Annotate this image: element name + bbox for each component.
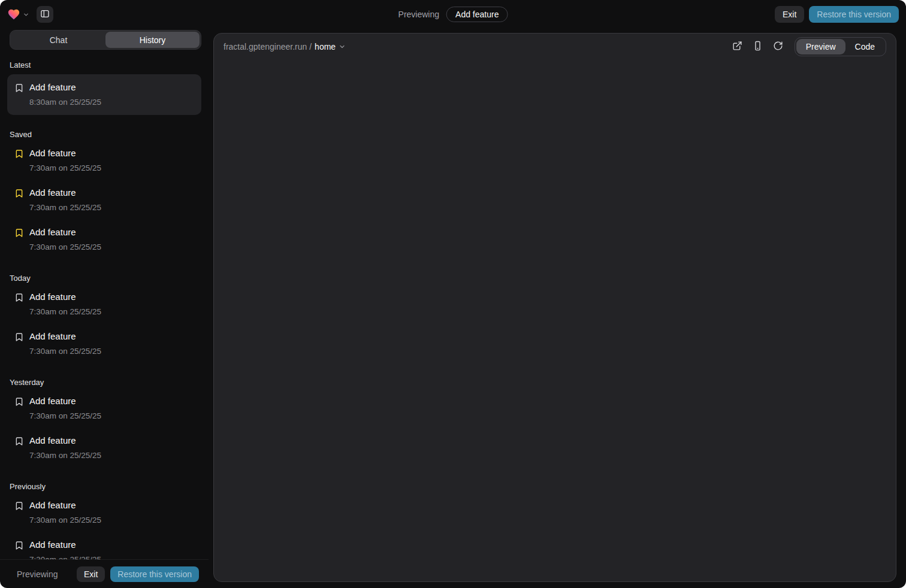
history-item[interactable]: Add feature 7:30am on 25/25/25 (7, 220, 201, 259)
smartphone-icon (753, 41, 763, 53)
open-in-new-tab-button[interactable] (730, 39, 745, 54)
history-item-time: 7:30am on 25/25/25 (29, 346, 101, 357)
history-item-title: Add feature (29, 395, 101, 407)
sidebar-footer: Previewing Exit Restore this version (0, 559, 209, 588)
history-item-title: Add feature (29, 187, 101, 199)
history-item-time: 7:30am on 25/25/25 (29, 163, 101, 174)
section-title-saved: Saved (10, 130, 199, 139)
history-item[interactable]: Add feature 7:30am on 25/25/25 (7, 285, 201, 323)
app-window: Previewing Add feature Exit Restore this… (0, 0, 906, 588)
history-item[interactable]: Add feature 7:30am on 25/25/25 (7, 325, 201, 363)
preview-panel-header: fractal.gptengineer.run / home (214, 34, 896, 60)
view-mode-toggle: Preview Code (795, 37, 886, 56)
history-item-time: 7:30am on 25/25/25 (29, 515, 101, 526)
bookmark-outline-icon (14, 397, 24, 407)
history-item-title: Add feature (29, 435, 101, 447)
exit-button[interactable]: Exit (77, 566, 105, 582)
history-item-time: 7:30am on 25/25/25 (29, 554, 101, 559)
version-badge[interactable]: Add feature (446, 7, 508, 22)
history-item-time: 7:30am on 25/25/25 (29, 450, 101, 461)
tab-history[interactable]: History (105, 32, 200, 48)
section-title-today: Today (10, 274, 199, 283)
bookmark-outline-icon (14, 83, 24, 93)
history-item-time: 8:30am on 25/25/25 (29, 97, 101, 108)
history-item-title: Add feature (29, 331, 101, 343)
history-item-title: Add feature (29, 81, 101, 93)
history-list: Latest Add feature 8:30am on 25/25/25 Sa… (0, 50, 209, 559)
project-menu[interactable] (7, 8, 29, 21)
bookmark-outline-icon (14, 332, 24, 342)
page-selector[interactable]: fractal.gptengineer.run / home (224, 42, 346, 51)
chevron-down-icon (23, 11, 29, 18)
panel-left-icon (40, 9, 50, 20)
previewing-status-label: Previewing (398, 10, 439, 19)
history-item[interactable]: Add feature 7:30am on 25/25/25 (7, 389, 201, 428)
bookmark-outline-icon (14, 293, 24, 302)
history-item-time: 7:30am on 25/25/25 (29, 202, 101, 213)
section-title-yesterday: Yesterday (10, 378, 199, 387)
sidebar-toggle-button[interactable] (37, 6, 53, 23)
history-item[interactable]: Add feature 7:30am on 25/25/25 (7, 493, 201, 532)
sidebar-tab-switcher: Chat History (10, 30, 201, 50)
restore-version-button[interactable]: Restore this version (809, 6, 899, 23)
history-item[interactable]: Add feature 8:30am on 25/25/25 (7, 74, 201, 115)
preview-content[interactable] (214, 60, 896, 581)
history-item-title: Add feature (29, 226, 101, 238)
history-item-time: 7:30am on 25/25/25 (29, 307, 101, 317)
history-item-time: 7:30am on 25/25/25 (29, 242, 101, 253)
lovable-heart-logo-icon (7, 8, 20, 21)
sidebar: Chat History Latest Add feature 8:30am o… (0, 29, 209, 588)
bookmark-filled-icon (14, 228, 24, 238)
preview-url: fractal.gptengineer.run / (224, 42, 312, 51)
history-item-title: Add feature (29, 499, 101, 511)
refresh-icon (773, 41, 783, 53)
tab-chat[interactable]: Chat (11, 32, 105, 48)
restore-version-button[interactable]: Restore this version (110, 566, 199, 582)
chevron-down-icon (339, 43, 346, 50)
history-item[interactable]: Add feature 7:30am on 25/25/25 (7, 533, 201, 559)
history-item-title: Add feature (29, 147, 101, 159)
history-item-title: Add feature (29, 539, 101, 551)
refresh-button[interactable] (771, 39, 786, 54)
previewing-status-label: Previewing (17, 569, 58, 579)
preview-panel: fractal.gptengineer.run / home (213, 33, 896, 582)
mobile-view-button[interactable] (750, 39, 766, 54)
history-item-time: 7:30am on 25/25/25 (29, 411, 101, 422)
bookmark-filled-icon (14, 189, 24, 198)
exit-button[interactable]: Exit (775, 6, 804, 23)
code-mode-button[interactable]: Code (845, 39, 884, 54)
history-item[interactable]: Add feature 7:30am on 25/25/25 (7, 429, 201, 467)
preview-mode-button[interactable]: Preview (796, 39, 845, 54)
history-item-title: Add feature (29, 291, 101, 303)
external-link-icon (732, 41, 742, 53)
history-item[interactable]: Add feature 7:30am on 25/25/25 (7, 181, 201, 219)
section-title-latest: Latest (10, 60, 199, 69)
bookmark-filled-icon (14, 149, 24, 159)
bookmark-outline-icon (14, 437, 24, 446)
bookmark-outline-icon (14, 541, 24, 550)
section-title-previously: Previously (10, 482, 199, 491)
bookmark-outline-icon (14, 501, 24, 511)
history-item[interactable]: Add feature 7:30am on 25/25/25 (7, 141, 201, 180)
current-page-name: home (315, 42, 336, 51)
top-bar: Previewing Add feature Exit Restore this… (0, 0, 906, 29)
